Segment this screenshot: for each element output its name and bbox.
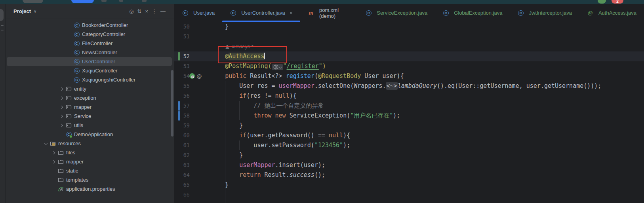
line-number[interactable]: 64 [174, 170, 190, 180]
code-line-65[interactable]: 65 } [174, 180, 644, 190]
panel-title[interactable]: Project [13, 8, 31, 14]
tab-globalexception-java[interactable]: CGlobalException.java [435, 4, 510, 22]
line-number[interactable]: 62 [174, 150, 190, 160]
code-line-58[interactable]: 58 throw new ServiceException("用户名已存在"); [174, 111, 644, 121]
code-line-50[interactable]: 50 } [174, 22, 644, 32]
tree-item-label: Service [74, 113, 91, 119]
tree-item-filecontroller[interactable]: CFileController [6, 39, 174, 48]
code-line-66[interactable]: 66 [174, 190, 644, 200]
tab-authaccess-java[interactable]: @AuthAccess.java [579, 4, 644, 22]
line-number[interactable]: 50 [174, 22, 190, 32]
line-number[interactable]: 65 [174, 180, 190, 190]
project-tree-scrollbar[interactable] [171, 70, 173, 137]
code-line-55[interactable]: 55 User res = userMapper.selectOne(Wrapp… [174, 81, 644, 91]
line-number[interactable]: 59 [174, 121, 190, 131]
code-line-64[interactable]: 64 return Result.success(); [174, 170, 644, 180]
line-number[interactable]: 56 [174, 91, 190, 101]
locate-file-icon[interactable]: ◎ [129, 9, 133, 14]
code-line-61[interactable]: 61 user.setPassword("123456"); [174, 140, 644, 150]
vcs-change-bar-blue[interactable] [178, 101, 180, 111]
tree-item-resources[interactable]: resources [6, 139, 174, 148]
tree-item-xuqiugongshicontroller[interactable]: CXuqiugongshiController [6, 75, 174, 84]
expand-collapse-icon[interactable]: ⇅ [137, 9, 142, 14]
tree-item-utils[interactable]: utils [6, 121, 174, 130]
token-k: if [239, 92, 246, 99]
chevron-right-icon[interactable] [58, 104, 65, 111]
tree-item-service[interactable]: Service [6, 112, 174, 121]
chevron-right-icon[interactable] [50, 149, 57, 156]
tree-item-categorycontroller[interactable]: CCategoryController [6, 30, 174, 39]
tree-item-bookordercontroller[interactable]: CBookorderController [6, 21, 174, 30]
line-number[interactable]: 57 [174, 101, 190, 111]
code-text: return Result.success(); [211, 170, 325, 180]
tree-item-entity[interactable]: entity [6, 84, 174, 93]
tab-user-java[interactable]: CUser.java [174, 4, 222, 22]
code-line-62[interactable]: 62 } [174, 150, 644, 160]
code-fold-placeholder[interactable]: <~> [386, 82, 398, 90]
run-configuration-pill[interactable] [71, 0, 94, 3]
line-number[interactable]: 66 [174, 190, 190, 200]
chevron-right-icon[interactable] [50, 158, 57, 165]
line-number[interactable]: 54 [174, 71, 190, 81]
line-number[interactable]: 60 [174, 131, 190, 140]
close-tab-icon[interactable]: × [290, 10, 293, 16]
code-line-60[interactable]: 60 if(user.getPassword() == null){ [174, 131, 644, 140]
tab-serviceexception-java[interactable]: CServiceException.java [358, 4, 435, 22]
run-success-badge[interactable] [598, 0, 606, 4]
tree-item-exception[interactable]: exception [6, 93, 174, 102]
more-options-icon[interactable]: ⋮ [152, 9, 157, 14]
tab-jwtinterceptor-java[interactable]: CJwtInterceptor.java [510, 4, 579, 22]
chevron-right-icon[interactable] [58, 113, 65, 120]
stripe-icon[interactable] [1, 30, 4, 30]
line-number[interactable]: 61 [174, 140, 190, 150]
chevron-right-icon[interactable] [58, 85, 65, 93]
line-number[interactable]: 63 [174, 160, 190, 170]
url-mapping-inlay[interactable] [272, 64, 283, 70]
tree-item-demoapplication[interactable]: CDemoApplication [6, 130, 174, 139]
class-icon: C [73, 49, 80, 56]
vcs-change-bar-green[interactable] [178, 52, 180, 61]
annotation-gutter-icon[interactable]: @ [196, 73, 202, 79]
code-line-51[interactable]: 51 [174, 32, 644, 42]
maven-letter: m [309, 9, 314, 16]
line-number[interactable]: 55 [174, 81, 190, 91]
line-number[interactable]: 52 [174, 51, 190, 61]
chevron-spacer [66, 67, 73, 74]
line-number[interactable]: 58 [174, 111, 190, 121]
collapse-all-icon[interactable]: × [145, 9, 148, 14]
run-error-badge[interactable]: 2 [612, 0, 623, 4]
chevron-right-icon[interactable] [58, 122, 65, 129]
tree-item-static[interactable]: static [6, 166, 174, 175]
code-line-56[interactable]: 56 if(res != null){ [174, 91, 644, 101]
tree-item-xuqiucontroller[interactable]: CXuqiuController [6, 66, 174, 75]
code-line-57[interactable]: 57 // 抛出一个自定义的异常 [174, 101, 644, 111]
chevron-right-icon[interactable] [58, 95, 65, 102]
project-panel-header: Project ∨ ◎⇅×⋮— [6, 4, 174, 19]
tab-usercontroller-java[interactable]: CUserController.java× [222, 4, 300, 22]
tree-item-application-properties[interactable]: application.properties [6, 184, 174, 194]
code-line-59[interactable]: 59 } [174, 121, 644, 131]
tab-pom-xml-demo-[interactable]: mpom.xml (demo) [300, 4, 358, 22]
token-k: throw new [253, 112, 289, 119]
tree-item-usercontroller[interactable]: CUserController [6, 57, 174, 66]
vcs-change-bar-blue[interactable] [178, 111, 180, 121]
token-p: (res != [246, 92, 275, 99]
token-a: ) [322, 63, 326, 70]
tree-item-newscontroller[interactable]: CNewsController [6, 48, 174, 57]
hide-panel-icon[interactable]: — [160, 9, 166, 14]
chevron-down-icon[interactable] [42, 140, 50, 147]
tree-item-mapper[interactable]: mapper [6, 157, 174, 166]
class-letter: C [443, 10, 449, 16]
spring-bean-gutter-icon[interactable] [189, 73, 195, 79]
project-tool-window-button[interactable] [0, 9, 4, 21]
tree-item-mapper[interactable]: mapper [6, 102, 174, 112]
tree-item-templates[interactable]: templates [6, 175, 174, 184]
code-line-54[interactable]: 54@ public Result<?> register(@RequestBo… [174, 71, 644, 81]
chevron-down-icon[interactable]: ∨ [34, 9, 36, 13]
line-number[interactable]: 53 [174, 61, 190, 71]
code-line-63[interactable]: 63 userMapper.insert(user); [174, 160, 644, 170]
spring-properties-icon [57, 186, 64, 192]
tree-item-files[interactable]: files [6, 148, 174, 157]
line-number[interactable]: 51 [174, 32, 190, 42]
stripe-icon[interactable] [1, 25, 4, 26]
